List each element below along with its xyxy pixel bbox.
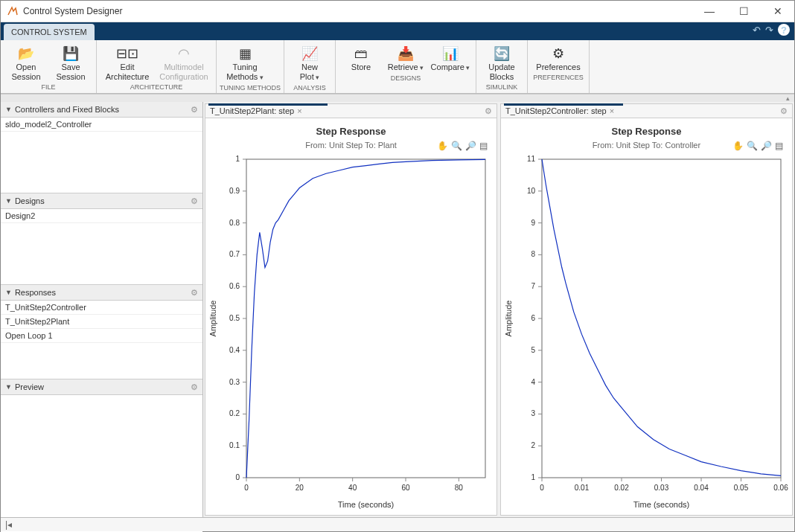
group-label-file: FILE xyxy=(4,83,93,91)
gear-icon[interactable]: ⚙ xyxy=(191,105,198,115)
design-list-item[interactable]: Design2 xyxy=(1,209,202,223)
svg-text:60: 60 xyxy=(401,484,410,492)
svg-text:0.5: 0.5 xyxy=(229,314,240,322)
left-sidebar: ▼ Controllers and Fixed Blocks ⚙ sldo_mo… xyxy=(1,102,203,517)
step-response-plot-plant[interactable]: Step ResponseFrom: Unit Step To: Plant02… xyxy=(205,118,497,515)
response-list-item[interactable]: T_UnitStep2Plant xyxy=(1,315,202,329)
zoom-in-icon[interactable]: 🔍 xyxy=(747,141,758,151)
redo-icon[interactable]: ↷ xyxy=(765,25,773,36)
panel-header-preview[interactable]: ▼ Preview ⚙ xyxy=(1,379,202,395)
svg-text:From: Unit Step  To: Plant: From: Unit Step To: Plant xyxy=(305,141,397,150)
svg-text:2: 2 xyxy=(531,441,535,449)
chart-tab-controller[interactable]: T_UnitStep2Controller: step × ⚙ xyxy=(501,104,792,118)
close-button[interactable]: ✕ xyxy=(767,4,788,19)
gear-icon: ⚙ xyxy=(552,45,564,63)
ribbon-tabstrip: CONTROL SYSTEM ↶ ↷ ? xyxy=(1,22,794,40)
gear-icon[interactable]: ⚙ xyxy=(485,106,492,116)
svg-text:4: 4 xyxy=(531,378,535,386)
status-prev-icon[interactable]: |◂ xyxy=(5,519,12,530)
controller-list-item[interactable]: sldo_model2_Controller xyxy=(1,118,202,132)
preferences-button[interactable]: ⚙ Preferences xyxy=(531,43,586,72)
response-list-item[interactable]: T_UnitStep2Controller xyxy=(1,301,202,315)
minimize-button[interactable]: — xyxy=(699,4,720,19)
svg-text:Step Response: Step Response xyxy=(612,126,682,137)
gear-icon[interactable]: ⚙ xyxy=(191,196,198,206)
group-label-designs: DESIGNS xyxy=(339,74,473,82)
svg-text:0.7: 0.7 xyxy=(229,250,240,258)
svg-text:0.1: 0.1 xyxy=(229,441,240,449)
svg-text:8: 8 xyxy=(531,250,535,258)
app-logo-icon xyxy=(7,5,19,17)
store-button[interactable]: 🗃 Store xyxy=(339,43,383,73)
compare-button[interactable]: 📊 Compare xyxy=(428,43,473,73)
svg-text:0: 0 xyxy=(244,484,249,492)
panel-header-controllers[interactable]: ▼ Controllers and Fixed Blocks ⚙ xyxy=(1,102,202,118)
pan-icon[interactable]: ✋ xyxy=(732,141,744,151)
svg-text:20: 20 xyxy=(296,484,304,492)
close-icon[interactable]: × xyxy=(297,106,301,115)
svg-text:1: 1 xyxy=(531,473,535,481)
svg-text:Amplitude: Amplitude xyxy=(208,301,217,337)
svg-text:0.06: 0.06 xyxy=(773,484,788,492)
response-list-item[interactable]: Open Loop 1 xyxy=(1,329,202,343)
svg-text:0.6: 0.6 xyxy=(229,282,240,290)
svg-text:40: 40 xyxy=(348,484,357,492)
zoom-out-icon[interactable]: 🔎 xyxy=(761,141,772,151)
close-icon[interactable]: × xyxy=(610,106,614,115)
chart-pane-plant: T_UnitStep2Plant: step × ⚙ Step Response… xyxy=(205,103,497,516)
multimodel-icon: ◠ xyxy=(178,45,190,63)
gear-icon[interactable]: ⚙ xyxy=(780,106,788,116)
svg-text:Step Response: Step Response xyxy=(316,126,386,137)
gear-icon[interactable]: ⚙ xyxy=(191,288,198,298)
svg-text:9: 9 xyxy=(531,219,535,227)
svg-text:0.01: 0.01 xyxy=(575,484,590,492)
zoom-out-icon[interactable]: 🔎 xyxy=(465,141,476,151)
panel-header-designs[interactable]: ▼ Designs ⚙ xyxy=(1,193,202,209)
svg-text:0.05: 0.05 xyxy=(734,484,749,492)
pan-icon[interactable]: ✋ xyxy=(437,141,448,151)
svg-text:From: Unit Step  To: Controlle: From: Unit Step To: Controller xyxy=(593,141,701,150)
svg-text:1: 1 xyxy=(235,155,240,163)
step-response-plot-controller[interactable]: Step ResponseFrom: Unit Step To: Control… xyxy=(501,118,792,515)
ribbon-tab-control-system[interactable]: CONTROL SYSTEM xyxy=(4,24,95,40)
svg-rect-39 xyxy=(542,159,781,478)
tuning-methods-button[interactable]: ▦ Tuning Methods xyxy=(220,43,270,83)
svg-text:Time (seconds): Time (seconds) xyxy=(633,500,689,509)
svg-text:10: 10 xyxy=(527,187,536,195)
svg-text:0.9: 0.9 xyxy=(229,187,240,195)
svg-text:0: 0 xyxy=(235,473,240,481)
svg-text:0.2: 0.2 xyxy=(229,409,240,417)
simulink-icon: 🔄 xyxy=(494,45,510,63)
group-label-preferences: PREFERENCES xyxy=(531,74,586,81)
data-cursor-icon[interactable]: ▤ xyxy=(479,141,488,151)
data-cursor-icon[interactable]: ▤ xyxy=(775,141,783,151)
toolstrip-collapse[interactable]: ▴ xyxy=(1,94,794,102)
statusbar: |◂ xyxy=(1,517,794,531)
open-session-button[interactable]: 📂 Open Session xyxy=(4,43,48,82)
help-icon[interactable]: ? xyxy=(778,24,790,36)
chart-tab-plant[interactable]: T_UnitStep2Plant: step × ⚙ xyxy=(205,104,497,118)
architecture-icon: ⊟⊡ xyxy=(116,45,138,63)
group-label-simulink: SIMULINK xyxy=(479,83,524,91)
gear-icon[interactable]: ⚙ xyxy=(191,382,198,392)
edit-architecture-button[interactable]: ⊟⊡ Edit Architecture xyxy=(100,43,155,82)
svg-text:5: 5 xyxy=(531,346,535,354)
svg-text:0.8: 0.8 xyxy=(229,219,240,227)
undo-icon[interactable]: ↶ xyxy=(753,25,761,36)
zoom-in-icon[interactable]: 🔍 xyxy=(451,141,462,151)
save-icon: 💾 xyxy=(63,45,79,63)
svg-text:0.4: 0.4 xyxy=(229,346,240,354)
panel-header-responses[interactable]: ▼ Responses ⚙ xyxy=(1,285,202,301)
svg-text:3: 3 xyxy=(531,409,535,417)
svg-text:7: 7 xyxy=(531,282,535,290)
new-plot-button[interactable]: 📈 New Plot xyxy=(287,43,332,83)
group-label-tuning: TUNING METHODS xyxy=(220,84,281,92)
titlebar: Control System Designer — ☐ ✕ xyxy=(1,1,794,22)
retrieve-button[interactable]: 📥 Retrieve xyxy=(383,43,428,73)
svg-text:11: 11 xyxy=(527,155,536,163)
save-session-button[interactable]: 💾 Save Session xyxy=(48,43,93,82)
svg-text:0.02: 0.02 xyxy=(614,484,629,492)
update-blocks-button[interactable]: 🔄 Update Blocks xyxy=(479,43,524,82)
collapse-icon: ▼ xyxy=(5,106,12,113)
maximize-button[interactable]: ☐ xyxy=(733,4,754,19)
